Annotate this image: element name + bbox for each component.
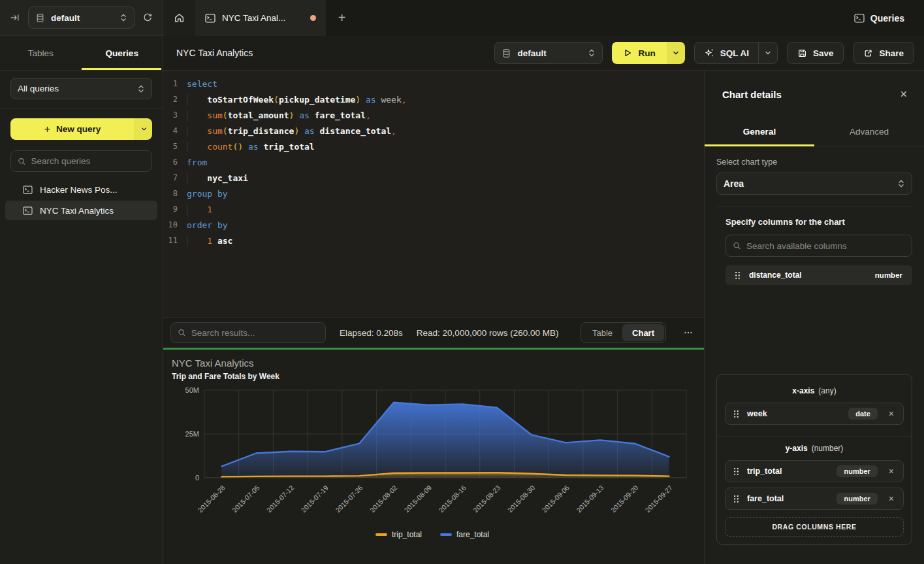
queries-terminal-icon [854, 14, 865, 23]
drag-handle-icon[interactable] [733, 495, 739, 503]
play-icon [623, 48, 632, 58]
tab-queries[interactable]: Queries [82, 36, 163, 70]
query-item-label: Hacker News Pos... [40, 185, 118, 195]
search-icon [733, 241, 741, 250]
drag-columns-dropzone[interactable]: DRAG COLUMNS HERE [725, 517, 904, 537]
chart-type-select[interactable]: Area [716, 173, 912, 195]
plus-icon: + [44, 124, 50, 135]
code-line[interactable]: 4 sum(trip_distance) as distance_total, [163, 123, 704, 139]
code-line[interactable]: 3 sum(total_amount) as fare_total, [163, 107, 704, 123]
code-line[interactable]: 5 count() as trip_total [163, 139, 704, 154]
more-options-icon[interactable] [680, 328, 697, 337]
save-icon [797, 48, 807, 58]
queries-nav[interactable]: Queries [854, 0, 924, 36]
legend-swatch [375, 533, 387, 536]
active-tab-underline [705, 144, 814, 146]
chart-details-panel: Chart details × General Advanced Select … [704, 71, 924, 564]
query-list-item-hacker-news[interactable]: Hacker News Pos... [5, 180, 157, 199]
search-icon [18, 157, 26, 166]
code-line[interactable]: 6from [163, 154, 704, 170]
sql-editor[interactable]: 1select2 toStartOfWeek(pickup_datetime) … [163, 71, 704, 317]
line-number: 2 [163, 95, 187, 104]
tab-general[interactable]: General [705, 118, 814, 146]
sql-ai-options-button[interactable] [758, 42, 777, 63]
columns-search-input[interactable] [746, 241, 905, 251]
code-line[interactable]: 10order by [163, 217, 704, 233]
save-button[interactable]: Save [787, 42, 844, 64]
code-line[interactable]: 9 1 [163, 201, 704, 217]
section-divider [716, 207, 912, 207]
results-search-input[interactable] [191, 328, 319, 338]
refresh-icon[interactable] [142, 12, 153, 23]
remove-column-icon[interactable]: × [885, 467, 897, 476]
code-line[interactable]: 2 toStartOfWeek(pickup_datetime) as week… [163, 91, 704, 107]
share-button[interactable]: Share [853, 42, 914, 64]
legend-label: trip_total [392, 530, 422, 539]
column-type: number [875, 271, 902, 279]
drag-handle-icon[interactable] [733, 467, 739, 476]
query-search-input[interactable] [31, 156, 145, 166]
sql-ai-button[interactable]: SQL AI [695, 42, 758, 63]
database-selector[interactable]: default [28, 7, 135, 29]
code-line[interactable]: 1select [163, 76, 704, 91]
database-icon [35, 13, 45, 23]
column-name: fare_total [747, 494, 784, 503]
sql-ai-button-group: SQL AI [694, 42, 778, 64]
close-icon[interactable]: × [900, 88, 907, 100]
drag-handle-icon[interactable] [733, 410, 739, 418]
y-axis-column-trip-total[interactable]: trip_total number × [725, 460, 904, 482]
tab-nyc-taxi-analytics[interactable]: NYC Taxi Anal... [195, 0, 326, 36]
home-tab[interactable] [163, 0, 195, 36]
chevron-updown-icon [119, 13, 127, 22]
new-query-button[interactable]: + New query [10, 118, 135, 140]
chart-view-button[interactable]: Chart [622, 324, 664, 341]
database-value: default [51, 13, 80, 23]
new-tab-button[interactable]: + [326, 0, 358, 36]
svg-text:2015-07-19: 2015-07-19 [299, 484, 330, 514]
line-number: 6 [163, 158, 187, 167]
run-database-selector[interactable]: default [494, 42, 603, 64]
panel-spacer [716, 285, 912, 374]
drag-handle-icon[interactable] [735, 271, 741, 280]
top-bar-left: default [0, 0, 163, 36]
new-query-button-group: + New query [10, 118, 152, 140]
available-column-distance-total[interactable]: distance_total number [725, 265, 912, 285]
y-axis-column-fare-total[interactable]: fare_total number × [725, 488, 904, 510]
search-icon [178, 328, 186, 337]
remove-column-icon[interactable]: × [885, 409, 897, 418]
chart-subtitle: Trip and Fare Totals by Week [172, 372, 697, 381]
table-view-button[interactable]: Table [582, 324, 622, 341]
legend-item[interactable]: fare_total [440, 530, 489, 539]
query-filter-select[interactable]: All queries [10, 78, 152, 99]
legend-item[interactable]: trip_total [375, 530, 422, 539]
chevron-updown-icon [137, 84, 145, 93]
chevron-updown-icon [897, 179, 905, 188]
database-icon [502, 48, 511, 58]
line-number: 8 [163, 189, 187, 198]
tab-title: NYC Taxi Anal... [222, 13, 285, 23]
query-list-item-nyc-taxi[interactable]: NYC Taxi Analytics [5, 201, 157, 220]
sub-bar: Tables Queries NYC Taxi Analytics defaul… [0, 36, 924, 71]
svg-text:2015-09-20: 2015-09-20 [609, 484, 640, 514]
read-stat: Read: 20,000,000 rows (260.00 MB) [417, 328, 559, 338]
chart-panel: NYC Taxi Analytics Trip and Fare Totals … [163, 350, 704, 564]
tabstrip-spacer [358, 0, 854, 36]
tab-advanced[interactable]: Advanced [814, 118, 924, 146]
run-button-group: Run [612, 42, 684, 64]
run-button[interactable]: Run [612, 42, 666, 64]
queries-sidebar: All queries + New query [0, 71, 163, 564]
new-query-options-button[interactable] [135, 118, 152, 140]
line-number: 7 [163, 173, 187, 182]
top-bar: default NYC Taxi Anal... + [0, 0, 924, 36]
collapse-sidebar-icon[interactable] [10, 12, 20, 23]
code-line[interactable]: 7 nyc_taxi [163, 170, 704, 186]
sql-ai-label: SQL AI [720, 48, 749, 58]
code-line[interactable]: 11 1 asc [163, 233, 704, 248]
remove-column-icon[interactable]: × [885, 494, 897, 503]
code-line[interactable]: 8group by [163, 186, 704, 201]
x-axis-column-week[interactable]: week date × [725, 403, 904, 425]
query-terminal-icon [23, 207, 33, 215]
tab-tables[interactable]: Tables [0, 36, 82, 70]
svg-text:2015-09-27: 2015-09-27 [644, 484, 675, 514]
run-options-button[interactable] [667, 42, 685, 64]
